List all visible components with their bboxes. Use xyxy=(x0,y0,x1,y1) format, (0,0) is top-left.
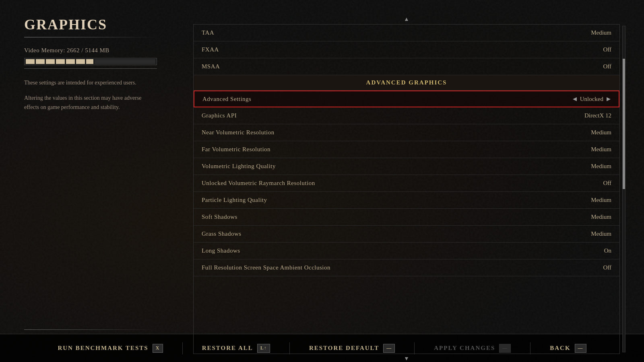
setting-value-text-graphics-api: DirectX 12 xyxy=(584,112,611,119)
setting-value-near-vol-res: Medium xyxy=(591,129,611,136)
setting-name-near-vol-res: Near Volumetric Resolution xyxy=(202,129,275,136)
setting-value-text-grass-shadows: Medium xyxy=(591,230,611,237)
setting-row-far-vol-res[interactable]: Far Volumetric ResolutionMedium xyxy=(194,141,619,158)
setting-value-fxaa: Off xyxy=(603,46,611,53)
setting-value-text-far-vol-res: Medium xyxy=(591,146,611,153)
setting-value-graphics-api: DirectX 12 xyxy=(584,112,611,119)
right-arrow-icon[interactable]: ▶ xyxy=(607,96,611,102)
setting-value-full-res-ssao: Off xyxy=(603,264,611,271)
memory-segment-partial xyxy=(86,59,93,64)
setting-row-unlocked-vol-ray[interactable]: Unlocked Volumetric Raymarch ResolutionO… xyxy=(194,175,619,192)
setting-value-particle-light-quality: Medium xyxy=(591,197,611,204)
setting-value-unlocked-vol-ray: Off xyxy=(603,180,611,187)
setting-name-far-vol-res: Far Volumetric Resolution xyxy=(202,146,270,153)
setting-row-long-shadows[interactable]: Long ShadowsOn xyxy=(194,243,619,259)
setting-row-advanced-settings[interactable]: Advanced Settings◀Unlocked▶ xyxy=(194,90,619,107)
setting-value-long-shadows: On xyxy=(604,247,611,254)
memory-segment xyxy=(26,59,35,64)
setting-name-advanced-settings: Advanced Settings xyxy=(202,96,251,103)
setting-value-text-msaa: Off xyxy=(603,63,611,70)
memory-segment xyxy=(66,59,75,64)
setting-name-graphics-api: Graphics API xyxy=(202,112,237,119)
setting-value-msaa: Off xyxy=(603,63,611,70)
setting-value-text-vol-light-quality: Medium xyxy=(591,163,611,170)
setting-row-full-res-ssao[interactable]: Full Resolution Screen Space Ambient Occ… xyxy=(194,259,619,276)
setting-row-grass-shadows[interactable]: Grass ShadowsMedium xyxy=(194,226,619,243)
setting-value-text-full-res-ssao: Off xyxy=(603,264,611,271)
setting-name-msaa: MSAA xyxy=(202,63,220,70)
left-arrow-icon[interactable]: ◀ xyxy=(573,96,577,102)
setting-row-graphics-api[interactable]: Graphics APIDirectX 12 xyxy=(194,107,619,124)
scrollbar-thumb[interactable] xyxy=(623,59,625,189)
setting-value-text-soft-shadows: Medium xyxy=(591,214,611,220)
setting-row-advanced-graphics-header: Advanced Graphics xyxy=(194,75,619,90)
section-header-label: Advanced Graphics xyxy=(366,79,447,86)
setting-value-grass-shadows: Medium xyxy=(591,230,611,237)
scroll-down-arrow: ▼ xyxy=(404,356,409,362)
memory-bar-empty xyxy=(95,59,155,64)
scroll-indicator-top: ▲ xyxy=(193,16,620,23)
setting-row-fxaa[interactable]: FXAAOff xyxy=(194,41,619,58)
memory-bar xyxy=(24,58,157,65)
setting-name-taa: TAA xyxy=(202,29,214,36)
video-memory-label: Video Memory: 2662 / 5144 MB xyxy=(24,47,177,54)
setting-name-full-res-ssao: Full Resolution Screen Space Ambient Occ… xyxy=(202,264,330,271)
left-panel: Graphics Video Memory: 2662 / 5144 MB Th… xyxy=(24,16,193,362)
setting-value-text-fxaa: Off xyxy=(603,46,611,53)
setting-name-soft-shadows: Soft Shadows xyxy=(202,214,237,220)
memory-segment xyxy=(36,59,45,64)
title-divider xyxy=(24,37,157,37)
setting-value-far-vol-res: Medium xyxy=(591,146,611,153)
setting-value-text-unlocked-vol-ray: Off xyxy=(603,180,611,187)
setting-value-text-near-vol-res: Medium xyxy=(591,129,611,136)
setting-value-text-particle-light-quality: Medium xyxy=(591,197,611,204)
scroll-indicator-bottom: ▼ xyxy=(193,356,620,362)
setting-row-soft-shadows[interactable]: Soft ShadowsMedium xyxy=(194,209,619,226)
info-text-1: These settings are intended for experien… xyxy=(24,78,153,87)
memory-segment xyxy=(76,59,85,64)
page-title: Graphics xyxy=(24,16,177,33)
setting-row-taa[interactable]: TAAMedium xyxy=(194,25,619,41)
setting-row-vol-light-quality[interactable]: Volumetric Lighting QualityMedium xyxy=(194,158,619,175)
memory-segment xyxy=(46,59,55,64)
memory-segment xyxy=(56,59,65,64)
setting-value-taa: Medium xyxy=(591,29,611,36)
setting-row-near-vol-res[interactable]: Near Volumetric ResolutionMedium xyxy=(194,124,619,141)
scroll-up-arrow: ▲ xyxy=(404,16,409,23)
setting-name-fxaa: FXAA xyxy=(202,46,219,53)
setting-name-long-shadows: Long Shadows xyxy=(202,247,240,254)
scrollbar[interactable] xyxy=(622,26,625,352)
settings-list[interactable]: TAAMediumFXAAOffMSAAOffAdvanced Graphics… xyxy=(193,24,620,354)
setting-row-particle-light-quality[interactable]: Particle Lighting QualityMedium xyxy=(194,192,619,209)
setting-value-soft-shadows: Medium xyxy=(591,214,611,220)
main-container: Graphics Video Memory: 2662 / 5144 MB Th… xyxy=(0,0,644,362)
setting-value-text-long-shadows: On xyxy=(604,247,611,254)
setting-row-msaa[interactable]: MSAAOff xyxy=(194,58,619,75)
setting-name-grass-shadows: Grass Shadows xyxy=(202,230,242,237)
memory-bar-divider xyxy=(24,68,157,69)
setting-name-unlocked-vol-ray: Unlocked Volumetric Raymarch Resolution xyxy=(202,180,315,187)
setting-value-advanced-settings: ◀Unlocked▶ xyxy=(573,96,611,103)
setting-value-text-advanced-settings: Unlocked xyxy=(580,96,603,103)
setting-value-vol-light-quality: Medium xyxy=(591,163,611,170)
info-text-2: Altering the values in this section may … xyxy=(24,94,153,112)
setting-name-particle-light-quality: Particle Lighting Quality xyxy=(202,197,267,204)
right-panel: ▲ TAAMediumFXAAOffMSAAOffAdvanced Graphi… xyxy=(193,16,620,362)
setting-name-vol-light-quality: Volumetric Lighting Quality xyxy=(202,163,276,170)
setting-value-text-taa: Medium xyxy=(591,29,611,36)
